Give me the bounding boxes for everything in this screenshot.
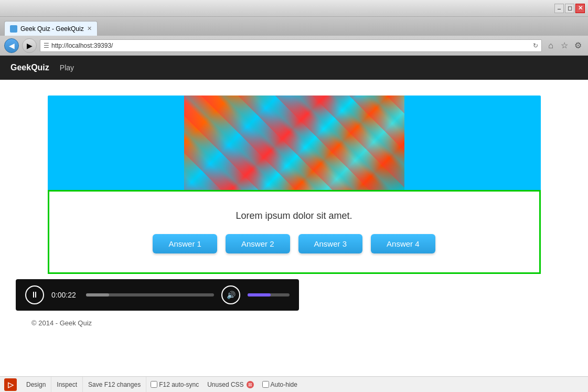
answer-2-button[interactable]: Answer 2	[226, 234, 290, 253]
quiz-artwork	[184, 96, 404, 190]
volume-icon: 🔊	[227, 291, 236, 299]
save-button[interactable]: Save F12 changes	[83, 377, 146, 392]
main-area: Lorem ipsum dolor sit amet. Answer 1 Ans…	[0, 80, 588, 351]
dev-logo: ▷	[4, 378, 17, 391]
page-content: GeekQuiz Play Lorem ipsum dolor sit amet…	[0, 56, 588, 376]
answer-1-button[interactable]: Answer 1	[153, 234, 217, 253]
design-button[interactable]: Design	[21, 377, 51, 392]
audio-player: ⏸ 0:00:22 🔊	[16, 279, 299, 311]
unused-css-badge: ⊠	[247, 381, 254, 388]
inspect-button[interactable]: Inspect	[51, 377, 83, 392]
pause-icon: ⏸	[30, 290, 39, 300]
time-display: 0:00:22	[51, 291, 79, 299]
nav-play-link[interactable]: Play	[60, 63, 74, 72]
unused-css-label: Unused CSS	[207, 381, 243, 388]
tab-close-button[interactable]: ✕	[87, 25, 92, 32]
question-text: Lorem ipsum dolor sit amet.	[236, 210, 352, 221]
browser-window: – ◻ ✕ Geek Quiz - GeekQuiz ✕ ◀ ▶ ☰ http:…	[0, 0, 588, 392]
minimize-button[interactable]: –	[554, 4, 564, 13]
answer-buttons: Answer 1 Answer 2 Answer 3 Answer 4	[153, 234, 435, 253]
browser-tab[interactable]: Geek Quiz - GeekQuiz ✕	[4, 21, 98, 36]
home-icon[interactable]: ⌂	[545, 40, 557, 51]
page-footer: © 2014 - Geek Quiz	[16, 311, 509, 335]
unused-css-wrap: Unused CSS ⊠	[203, 381, 258, 388]
volume-bar[interactable]	[248, 293, 290, 296]
quiz-card: Lorem ipsum dolor sit amet. Answer 1 Ans…	[48, 96, 541, 274]
auto-sync-wrap: F12 auto-sync	[146, 381, 203, 388]
tab-title: Geek Quiz - GeekQuiz	[20, 25, 84, 33]
progress-fill	[86, 293, 109, 296]
close-button[interactable]: ✕	[575, 4, 585, 13]
tab-bar: Geek Quiz - GeekQuiz ✕	[0, 17, 588, 36]
address-text: http://localhost:39393/	[51, 42, 531, 49]
auto-hide-label: Auto-hide	[271, 381, 297, 388]
quiz-image-area	[48, 96, 541, 190]
title-bar-controls: – ◻ ✕	[554, 4, 585, 13]
auto-sync-label: F12 auto-sync	[159, 381, 199, 388]
answer-3-button[interactable]: Answer 3	[298, 234, 363, 253]
forward-button[interactable]: ▶	[22, 38, 37, 53]
auto-hide-checkbox[interactable]	[262, 381, 269, 388]
app-navbar: GeekQuiz Play	[0, 56, 588, 80]
progress-bar[interactable]	[86, 293, 214, 296]
address-input-wrap[interactable]: ☰ http://localhost:39393/ ↻	[40, 39, 542, 52]
restore-button[interactable]: ◻	[565, 4, 574, 13]
settings-icon[interactable]: ⚙	[572, 40, 584, 51]
pause-button[interactable]: ⏸	[25, 285, 44, 304]
volume-fill	[248, 293, 271, 296]
app-brand: GeekQuiz	[10, 63, 49, 72]
auto-sync-checkbox[interactable]	[151, 381, 157, 388]
copyright-text: © 2014 - Geek Quiz	[31, 319, 92, 327]
auto-hide-wrap: Auto-hide	[258, 381, 302, 388]
address-security-icon: ☰	[44, 42, 49, 49]
tab-favicon	[10, 25, 17, 33]
toolbar-right: ⌂ ☆ ⚙	[545, 40, 584, 51]
dev-toolbar: ▷ Design Inspect Save F12 changes F12 au…	[0, 376, 588, 392]
favorites-icon[interactable]: ☆	[559, 40, 570, 51]
volume-button[interactable]: 🔊	[221, 285, 240, 304]
back-button[interactable]: ◀	[4, 38, 19, 53]
question-box: Lorem ipsum dolor sit amet. Answer 1 Ans…	[48, 190, 541, 274]
title-bar: – ◻ ✕	[0, 0, 588, 17]
answer-4-button[interactable]: Answer 4	[371, 234, 435, 253]
refresh-icon[interactable]: ↻	[533, 42, 538, 49]
address-bar: ◀ ▶ ☰ http://localhost:39393/ ↻ ⌂ ☆ ⚙	[0, 36, 588, 56]
